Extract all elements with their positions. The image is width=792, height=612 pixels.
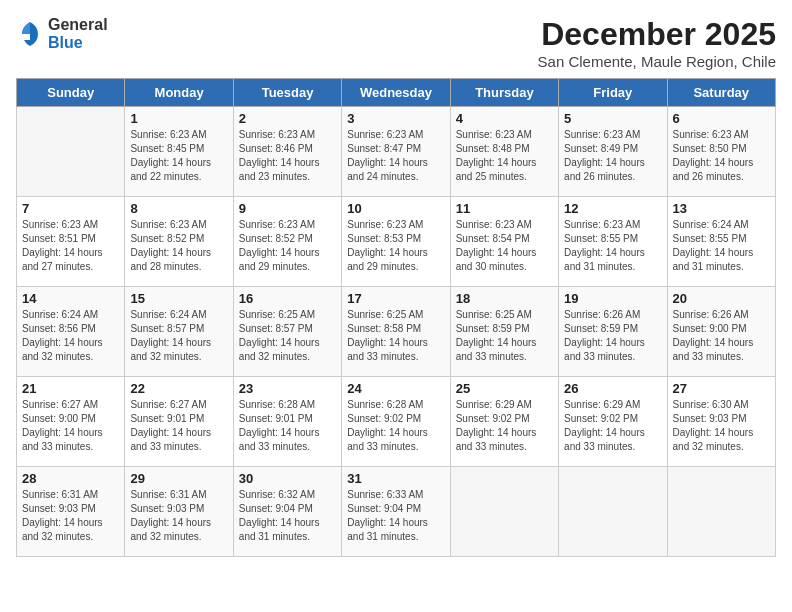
calendar-cell bbox=[450, 467, 558, 557]
day-number: 22 bbox=[130, 381, 227, 396]
day-info: Sunrise: 6:27 AMSunset: 9:01 PMDaylight:… bbox=[130, 398, 227, 454]
calendar-cell: 16Sunrise: 6:25 AMSunset: 8:57 PMDayligh… bbox=[233, 287, 341, 377]
day-number: 3 bbox=[347, 111, 444, 126]
calendar-cell: 6Sunrise: 6:23 AMSunset: 8:50 PMDaylight… bbox=[667, 107, 775, 197]
calendar-header: Sunday Monday Tuesday Wednesday Thursday… bbox=[17, 79, 776, 107]
calendar-week-row: 7Sunrise: 6:23 AMSunset: 8:51 PMDaylight… bbox=[17, 197, 776, 287]
day-number: 9 bbox=[239, 201, 336, 216]
day-info: Sunrise: 6:29 AMSunset: 9:02 PMDaylight:… bbox=[564, 398, 661, 454]
day-number: 14 bbox=[22, 291, 119, 306]
day-number: 30 bbox=[239, 471, 336, 486]
day-info: Sunrise: 6:28 AMSunset: 9:01 PMDaylight:… bbox=[239, 398, 336, 454]
day-info: Sunrise: 6:23 AMSunset: 8:53 PMDaylight:… bbox=[347, 218, 444, 274]
day-number: 24 bbox=[347, 381, 444, 396]
day-info: Sunrise: 6:26 AMSunset: 9:00 PMDaylight:… bbox=[673, 308, 770, 364]
calendar-week-row: 21Sunrise: 6:27 AMSunset: 9:00 PMDayligh… bbox=[17, 377, 776, 467]
page-header: General Blue December 2025 San Clemente,… bbox=[16, 16, 776, 70]
day-number: 4 bbox=[456, 111, 553, 126]
calendar-cell: 5Sunrise: 6:23 AMSunset: 8:49 PMDaylight… bbox=[559, 107, 667, 197]
day-number: 2 bbox=[239, 111, 336, 126]
calendar-cell: 27Sunrise: 6:30 AMSunset: 9:03 PMDayligh… bbox=[667, 377, 775, 467]
day-info: Sunrise: 6:31 AMSunset: 9:03 PMDaylight:… bbox=[130, 488, 227, 544]
logo-general: General bbox=[48, 16, 108, 33]
calendar-cell: 1Sunrise: 6:23 AMSunset: 8:45 PMDaylight… bbox=[125, 107, 233, 197]
day-info: Sunrise: 6:32 AMSunset: 9:04 PMDaylight:… bbox=[239, 488, 336, 544]
day-number: 15 bbox=[130, 291, 227, 306]
day-number: 21 bbox=[22, 381, 119, 396]
day-number: 16 bbox=[239, 291, 336, 306]
calendar-cell: 9Sunrise: 6:23 AMSunset: 8:52 PMDaylight… bbox=[233, 197, 341, 287]
day-info: Sunrise: 6:33 AMSunset: 9:04 PMDaylight:… bbox=[347, 488, 444, 544]
day-info: Sunrise: 6:23 AMSunset: 8:47 PMDaylight:… bbox=[347, 128, 444, 184]
title-block: December 2025 San Clemente, Maule Region… bbox=[538, 16, 776, 70]
calendar-cell: 25Sunrise: 6:29 AMSunset: 9:02 PMDayligh… bbox=[450, 377, 558, 467]
calendar-week-row: 28Sunrise: 6:31 AMSunset: 9:03 PMDayligh… bbox=[17, 467, 776, 557]
day-number: 12 bbox=[564, 201, 661, 216]
calendar-cell: 30Sunrise: 6:32 AMSunset: 9:04 PMDayligh… bbox=[233, 467, 341, 557]
day-info: Sunrise: 6:26 AMSunset: 8:59 PMDaylight:… bbox=[564, 308, 661, 364]
day-info: Sunrise: 6:23 AMSunset: 8:52 PMDaylight:… bbox=[239, 218, 336, 274]
day-info: Sunrise: 6:23 AMSunset: 8:55 PMDaylight:… bbox=[564, 218, 661, 274]
day-number: 23 bbox=[239, 381, 336, 396]
calendar-table: Sunday Monday Tuesday Wednesday Thursday… bbox=[16, 78, 776, 557]
calendar-cell: 8Sunrise: 6:23 AMSunset: 8:52 PMDaylight… bbox=[125, 197, 233, 287]
day-info: Sunrise: 6:27 AMSunset: 9:00 PMDaylight:… bbox=[22, 398, 119, 454]
day-number: 26 bbox=[564, 381, 661, 396]
day-number: 11 bbox=[456, 201, 553, 216]
day-number: 29 bbox=[130, 471, 227, 486]
calendar-cell: 3Sunrise: 6:23 AMSunset: 8:47 PMDaylight… bbox=[342, 107, 450, 197]
day-info: Sunrise: 6:29 AMSunset: 9:02 PMDaylight:… bbox=[456, 398, 553, 454]
logo-icon bbox=[16, 20, 44, 48]
calendar-cell: 13Sunrise: 6:24 AMSunset: 8:55 PMDayligh… bbox=[667, 197, 775, 287]
day-number: 28 bbox=[22, 471, 119, 486]
day-number: 7 bbox=[22, 201, 119, 216]
col-monday: Monday bbox=[125, 79, 233, 107]
day-number: 31 bbox=[347, 471, 444, 486]
day-number: 13 bbox=[673, 201, 770, 216]
calendar-cell: 2Sunrise: 6:23 AMSunset: 8:46 PMDaylight… bbox=[233, 107, 341, 197]
day-info: Sunrise: 6:30 AMSunset: 9:03 PMDaylight:… bbox=[673, 398, 770, 454]
calendar-cell: 29Sunrise: 6:31 AMSunset: 9:03 PMDayligh… bbox=[125, 467, 233, 557]
calendar-cell: 17Sunrise: 6:25 AMSunset: 8:58 PMDayligh… bbox=[342, 287, 450, 377]
day-number: 5 bbox=[564, 111, 661, 126]
day-number: 6 bbox=[673, 111, 770, 126]
day-info: Sunrise: 6:24 AMSunset: 8:57 PMDaylight:… bbox=[130, 308, 227, 364]
calendar-cell: 4Sunrise: 6:23 AMSunset: 8:48 PMDaylight… bbox=[450, 107, 558, 197]
day-number: 10 bbox=[347, 201, 444, 216]
calendar-cell: 22Sunrise: 6:27 AMSunset: 9:01 PMDayligh… bbox=[125, 377, 233, 467]
calendar-cell: 7Sunrise: 6:23 AMSunset: 8:51 PMDaylight… bbox=[17, 197, 125, 287]
calendar-cell: 23Sunrise: 6:28 AMSunset: 9:01 PMDayligh… bbox=[233, 377, 341, 467]
calendar-cell: 20Sunrise: 6:26 AMSunset: 9:00 PMDayligh… bbox=[667, 287, 775, 377]
calendar-cell: 15Sunrise: 6:24 AMSunset: 8:57 PMDayligh… bbox=[125, 287, 233, 377]
day-info: Sunrise: 6:23 AMSunset: 8:49 PMDaylight:… bbox=[564, 128, 661, 184]
calendar-cell bbox=[667, 467, 775, 557]
day-number: 20 bbox=[673, 291, 770, 306]
calendar-cell: 14Sunrise: 6:24 AMSunset: 8:56 PMDayligh… bbox=[17, 287, 125, 377]
logo-text: General Blue bbox=[48, 16, 108, 51]
calendar-cell: 11Sunrise: 6:23 AMSunset: 8:54 PMDayligh… bbox=[450, 197, 558, 287]
calendar-cell bbox=[559, 467, 667, 557]
day-info: Sunrise: 6:23 AMSunset: 8:45 PMDaylight:… bbox=[130, 128, 227, 184]
calendar-cell: 12Sunrise: 6:23 AMSunset: 8:55 PMDayligh… bbox=[559, 197, 667, 287]
col-wednesday: Wednesday bbox=[342, 79, 450, 107]
calendar-cell: 10Sunrise: 6:23 AMSunset: 8:53 PMDayligh… bbox=[342, 197, 450, 287]
day-info: Sunrise: 6:31 AMSunset: 9:03 PMDaylight:… bbox=[22, 488, 119, 544]
month-year: December 2025 bbox=[538, 16, 776, 53]
col-sunday: Sunday bbox=[17, 79, 125, 107]
col-friday: Friday bbox=[559, 79, 667, 107]
day-info: Sunrise: 6:23 AMSunset: 8:48 PMDaylight:… bbox=[456, 128, 553, 184]
day-number: 19 bbox=[564, 291, 661, 306]
col-thursday: Thursday bbox=[450, 79, 558, 107]
calendar-cell: 31Sunrise: 6:33 AMSunset: 9:04 PMDayligh… bbox=[342, 467, 450, 557]
day-info: Sunrise: 6:24 AMSunset: 8:56 PMDaylight:… bbox=[22, 308, 119, 364]
day-number: 17 bbox=[347, 291, 444, 306]
calendar-body: 1Sunrise: 6:23 AMSunset: 8:45 PMDaylight… bbox=[17, 107, 776, 557]
day-info: Sunrise: 6:24 AMSunset: 8:55 PMDaylight:… bbox=[673, 218, 770, 274]
day-info: Sunrise: 6:25 AMSunset: 8:59 PMDaylight:… bbox=[456, 308, 553, 364]
day-number: 25 bbox=[456, 381, 553, 396]
day-info: Sunrise: 6:23 AMSunset: 8:54 PMDaylight:… bbox=[456, 218, 553, 274]
calendar-cell: 21Sunrise: 6:27 AMSunset: 9:00 PMDayligh… bbox=[17, 377, 125, 467]
logo-blue: Blue bbox=[48, 34, 83, 51]
calendar-week-row: 1Sunrise: 6:23 AMSunset: 8:45 PMDaylight… bbox=[17, 107, 776, 197]
day-number: 1 bbox=[130, 111, 227, 126]
